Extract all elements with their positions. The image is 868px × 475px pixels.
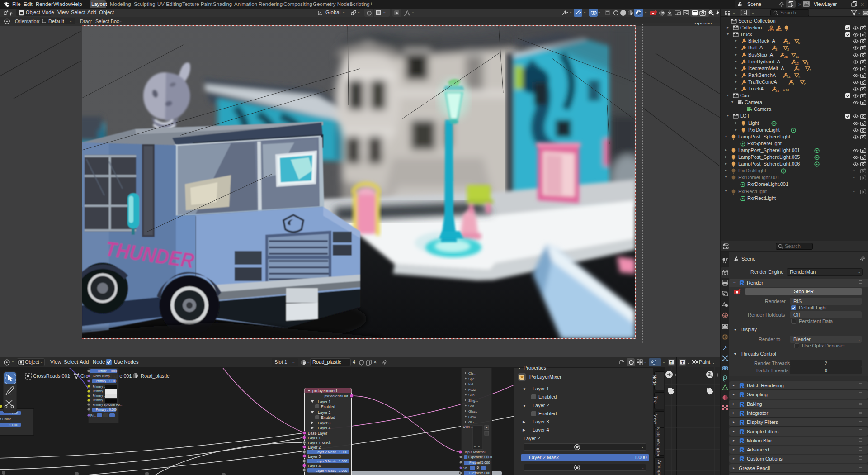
svg-text:Primary ...: Primary ... <box>93 394 106 398</box>
svg-text:>: > <box>68 374 70 378</box>
svg-text:nd Color: nd Color <box>0 417 11 421</box>
svg-text:pxrMaterialOut: pxrMaterialOut <box>325 394 349 398</box>
svg-text:pxrlayermixer1: pxrlayermixer1 <box>312 389 338 393</box>
svg-text:Glass: Glass <box>468 409 477 413</box>
svg-text:Spe...: Spe... <box>468 377 477 381</box>
svg-text:Enabled: Enabled <box>321 404 335 409</box>
svg-text:CrossRoads.001: CrossRoads.001 <box>33 373 70 379</box>
svg-text:Base Layer: Base Layer <box>308 431 327 436</box>
svg-text:Pri...: Pri... <box>90 414 97 417</box>
svg-text:>: > <box>128 374 130 378</box>
svg-text:Sub...: Sub... <box>468 393 477 397</box>
svg-text:Layer 2: Layer 2 <box>318 410 331 415</box>
svg-text:Glow: Glow <box>468 415 476 419</box>
svg-text:Primary Specular Ro...: Primary Specular Ro... <box>93 403 123 407</box>
svg-text:Layer 2: Layer 2 <box>308 445 321 450</box>
svg-text:Primary... 1.000: Primary... 1.000 <box>96 380 117 383</box>
svg-text:Sh...: Sh... <box>463 466 470 470</box>
svg-text:1.000: 1.000 <box>9 423 19 427</box>
svg-text:Layer 4 Mask: Layer 4 Mask <box>316 469 336 473</box>
svg-text:Primary ...: Primary ... <box>93 385 106 389</box>
svg-text:Diffuse ... 0.000: Diffuse ... 0.000 <box>98 370 118 373</box>
svg-text:Sing...: Sing... <box>468 399 478 403</box>
svg-text:Fresnel 5.000: Fresnel 5.000 <box>469 471 490 475</box>
svg-text:Layer 4: Layer 4 <box>308 464 321 468</box>
svg-text:Layer 1: Layer 1 <box>318 399 331 404</box>
svg-text:Layer 3: Layer 3 <box>308 454 321 459</box>
svg-text:Input Material: Input Material <box>465 450 486 454</box>
svg-text:▸: ▸ <box>474 444 476 448</box>
svg-text:T: T <box>681 361 684 365</box>
svg-text:Layer 4: Layer 4 <box>318 426 331 430</box>
svg-text:▸: ▸ <box>478 444 480 448</box>
svg-text:Layer 2 Mask: Layer 2 Mask <box>316 450 336 454</box>
svg-text:Sca...: Sca... <box>468 404 477 408</box>
svg-text:+: + <box>486 426 488 430</box>
svg-text:Primary ...: Primary ... <box>93 390 106 393</box>
svg-text:Global Bump: Global Bump <box>93 375 110 378</box>
svg-text:Fuzz: Fuzz <box>468 388 476 392</box>
svg-text:Primary ...: Primary ... <box>93 399 106 402</box>
svg-text:T: T <box>670 361 672 365</box>
svg-text:Fresnel 5.000: Fresnel 5.000 <box>469 461 490 465</box>
svg-text:Primary .. 0.000: Primary .. 0.000 <box>96 408 117 412</box>
svg-text:Layer 1: Layer 1 <box>308 436 321 440</box>
svg-text:Enabled: Enabled <box>321 415 335 420</box>
svg-text:Layer 1 Mask: Layer 1 Mask <box>308 441 331 445</box>
svg-text:1.000: 1.000 <box>339 450 347 454</box>
svg-text:Layer 3: Layer 3 <box>318 421 331 425</box>
svg-text:Road_plastic: Road_plastic <box>141 373 170 379</box>
svg-text:Exponent 1.000: Exponent 1.000 <box>468 455 492 459</box>
svg-text:Glo...: Glo... <box>468 420 476 424</box>
svg-text:1.000: 1.000 <box>339 469 347 473</box>
svg-text:0: 0 <box>477 466 479 470</box>
svg-text:1.000: 1.000 <box>339 459 347 463</box>
svg-text:Layer 3 Mask: Layer 3 Mask <box>316 459 336 463</box>
svg-text:Irid...: Irid... <box>468 382 476 386</box>
svg-text:Utilit ...: Utilit ... <box>463 425 473 429</box>
svg-text:Cle...: Cle... <box>468 371 476 375</box>
